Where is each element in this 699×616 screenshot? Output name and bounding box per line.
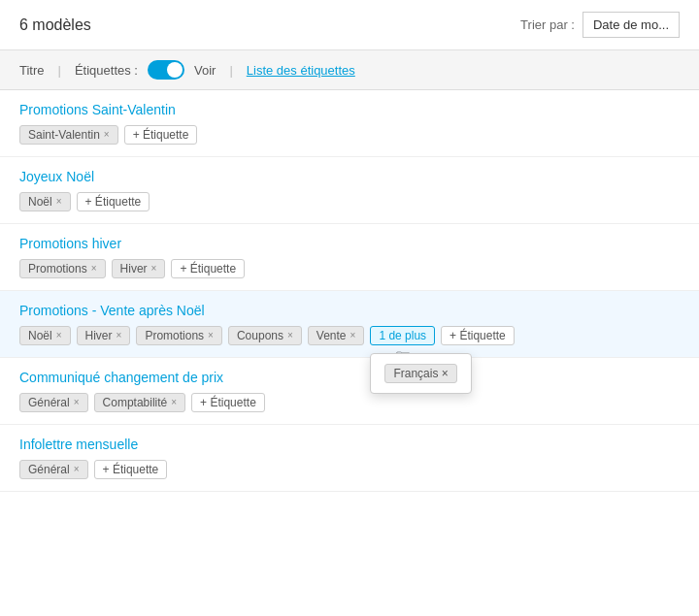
tags-row: Promotions×Hiver×+ Étiquette — [19, 259, 680, 278]
dropdown-tag: Français × — [384, 364, 456, 383]
item-tag: Saint-Valentin× — [19, 125, 118, 145]
more-tags-dropdown: Français × — [370, 353, 471, 394]
item-tag: Comptabilité× — [94, 393, 186, 412]
toggle-thumb — [167, 62, 183, 78]
list-des-etiquettes-link[interactable]: Liste des étiquettes — [247, 63, 355, 78]
tags-row: Noël×Hiver×Promotions×Coupons×Vente×1 de… — [19, 326, 680, 345]
item-tag: Vente× — [308, 326, 365, 345]
sort-label: Trier par : — [520, 17, 575, 32]
tag-close-icon[interactable]: × — [56, 197, 62, 207]
header-bar: 6 modèles Trier par : Date de mo... — [0, 0, 699, 50]
tag-close-icon[interactable]: × — [104, 130, 110, 140]
item-tag: Noël× — [19, 326, 71, 345]
add-tag-button[interactable]: + Étiquette — [191, 393, 265, 412]
list-item: Joyeux NoëlNoël×+ Étiquette — [0, 157, 699, 224]
item-tag: Coupons× — [228, 326, 302, 345]
tag-close-icon[interactable]: × — [56, 331, 62, 340]
item-title-link[interactable]: Joyeux Noël — [19, 169, 94, 184]
item-tag: Général× — [19, 393, 88, 412]
item-tag: Hiver× — [112, 259, 166, 278]
voir-label: Voir — [194, 63, 216, 78]
item-tag: Noël× — [19, 192, 71, 211]
sort-button[interactable]: Date de mo... — [582, 12, 680, 38]
tag-close-icon[interactable]: × — [151, 264, 157, 274]
item-tag: Hiver× — [77, 326, 131, 345]
list-item: Communiqué changement de prixGénéral×Com… — [0, 358, 699, 425]
list-item: Promotions - Vente après NoëlNoël×Hiver×… — [0, 291, 699, 358]
tags-row: Noël×+ Étiquette — [19, 192, 680, 211]
tag-close-icon[interactable]: × — [171, 398, 177, 407]
item-title-link[interactable]: Infolettre mensuelle — [19, 437, 138, 452]
col-separator-2: | — [229, 63, 232, 78]
item-title-link[interactable]: Promotions - Vente après Noël — [19, 303, 205, 318]
list-item: Promotions hiverPromotions×Hiver×+ Étiqu… — [0, 224, 699, 291]
item-title-link[interactable]: Promotions hiver — [19, 236, 121, 251]
tag-close-icon[interactable]: × — [350, 331, 356, 340]
item-tag: Promotions× — [19, 259, 106, 278]
item-title-link[interactable]: Promotions Saint-Valentin — [19, 102, 176, 117]
col-separator: | — [58, 63, 61, 78]
column-bar: Titre | Étiquettes : Voir | Liste des ét… — [0, 50, 699, 90]
tags-row: Général×Comptabilité×+ Étiquette — [19, 393, 680, 412]
tag-close-icon[interactable]: × — [91, 264, 97, 274]
etiquettes-label: Étiquettes : — [75, 63, 138, 78]
add-tag-button[interactable]: + Étiquette — [124, 125, 198, 145]
more-tags-wrapper: 1 de plus☞Français × — [370, 326, 435, 345]
add-tag-button[interactable]: + Étiquette — [441, 326, 515, 345]
item-tag: Promotions× — [136, 326, 222, 345]
toggle-track — [148, 60, 184, 80]
item-title-link[interactable]: Communiqué changement de prix — [19, 370, 223, 385]
tag-close-icon[interactable]: × — [74, 465, 80, 474]
items-list: Promotions Saint-ValentinSaint-Valentin×… — [0, 90, 699, 492]
tag-close-icon[interactable]: × — [74, 398, 80, 407]
list-item: Infolettre mensuelleGénéral×+ Étiquette — [0, 425, 699, 492]
column-title-label: Titre — [19, 63, 45, 78]
list-item: Promotions Saint-ValentinSaint-Valentin×… — [0, 90, 699, 157]
add-tag-button[interactable]: + Étiquette — [94, 460, 168, 479]
more-tags-button[interactable]: 1 de plus — [370, 326, 435, 345]
sort-controls: Trier par : Date de mo... — [520, 12, 680, 38]
etiquettes-toggle[interactable] — [148, 60, 184, 80]
tag-close-icon[interactable]: × — [287, 331, 293, 340]
models-count: 6 modèles — [19, 16, 91, 34]
tags-row: Général×+ Étiquette — [19, 460, 680, 479]
add-tag-button[interactable]: + Étiquette — [171, 259, 245, 278]
add-tag-button[interactable]: + Étiquette — [77, 192, 150, 211]
item-tag: Général× — [19, 460, 88, 479]
tag-close-icon[interactable]: × — [208, 331, 214, 340]
tag-close-icon[interactable]: × — [116, 331, 122, 340]
tags-row: Saint-Valentin×+ Étiquette — [19, 125, 680, 145]
